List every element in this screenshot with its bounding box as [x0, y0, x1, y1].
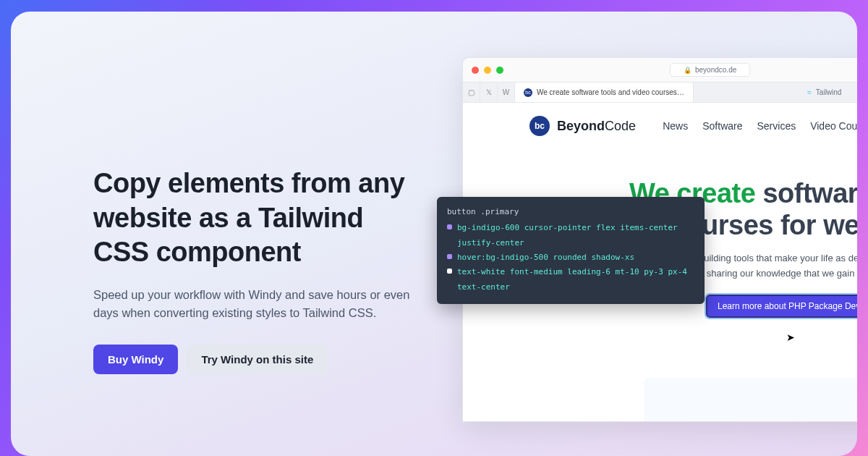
- hero-headline: Copy elements from any website as a Tail…: [93, 166, 412, 270]
- hero-buttons: Buy Windy Try Windy on this site: [93, 345, 412, 374]
- cursor-icon: ➤: [786, 332, 795, 343]
- inspector-row: bg-indigo-600 cursor-pointer flex items-…: [447, 221, 694, 250]
- main-nav: News Software Services Video Courses Ope…: [663, 120, 857, 132]
- helo-panel: HELO: [644, 378, 857, 421]
- inspector-selector: button .primary: [447, 205, 694, 219]
- minimize-dot-icon[interactable]: [484, 67, 491, 74]
- inspector-row: text-white font-medium leading-6 mt-10 p…: [447, 265, 694, 295]
- bullet-icon: [447, 254, 452, 259]
- page-header: bc BeyondCode News Software Services Vid…: [463, 116, 857, 136]
- brand-logo[interactable]: bc BeyondCode: [529, 116, 636, 136]
- inspector-classes-1: bg-indigo-600 cursor-pointer flex items-…: [457, 221, 694, 250]
- tab-inactive[interactable]: ≈ Tailwind: [694, 83, 857, 102]
- page-subtext: building tools that make your life as de…: [699, 251, 857, 282]
- tab-title: We create software tools and video cours…: [537, 88, 684, 96]
- nav-software[interactable]: Software: [702, 120, 742, 132]
- bullet-icon: [447, 224, 452, 229]
- nav-services[interactable]: Services: [757, 120, 796, 132]
- tailwind-icon: ≈: [807, 88, 812, 96]
- lock-icon: 🔒: [684, 67, 692, 74]
- url-text: beyondco.de: [695, 66, 736, 74]
- sidebar-toggle-icon[interactable]: ▢: [463, 83, 480, 102]
- inspector-classes-3: text-white font-medium leading-6 mt-10 p…: [457, 265, 694, 295]
- wikipedia-icon[interactable]: W: [498, 83, 515, 102]
- address-bar[interactable]: 🔒 beyondco.de: [670, 63, 750, 77]
- twitter-icon[interactable]: 𝕏: [480, 83, 498, 102]
- favicon-icon: bc: [524, 88, 532, 97]
- logo-text: BeyondCode: [557, 119, 636, 134]
- nav-news[interactable]: News: [663, 120, 688, 132]
- tab-active[interactable]: bc We create software tools and video co…: [515, 83, 694, 102]
- maximize-dot-icon[interactable]: [496, 67, 503, 74]
- class-inspector-tooltip: button .primary bg-indigo-600 cursor-poi…: [437, 197, 705, 304]
- browser-tabbar: ▢ 𝕏 W bc We create software tools and vi…: [463, 83, 857, 103]
- buy-button[interactable]: Buy Windy: [93, 345, 178, 374]
- traffic-lights: [472, 67, 503, 74]
- inspector-classes-2: hover:bg-indigo-500 rounded shadow-xs: [457, 250, 634, 265]
- hero-subtext: Speed up your workflow with Windy and sa…: [93, 286, 412, 323]
- tab-title-inactive: Tailwind: [816, 88, 842, 96]
- bullet-icon: [447, 269, 452, 274]
- nav-video-courses[interactable]: Video Courses: [810, 120, 857, 132]
- browser-titlebar: 🔒 beyondco.de: [463, 58, 857, 83]
- inspector-row: hover:bg-indigo-500 rounded shadow-xs: [447, 250, 694, 265]
- learn-more-button[interactable]: Learn more about PHP Package Developmen: [706, 295, 857, 318]
- close-dot-icon[interactable]: [472, 67, 479, 74]
- hero-section: Copy elements from any website as a Tail…: [93, 166, 412, 374]
- logo-icon: bc: [529, 116, 550, 136]
- hero-card: Copy elements from any website as a Tail…: [11, 12, 857, 456]
- try-button[interactable]: Try Windy on this site: [187, 345, 328, 374]
